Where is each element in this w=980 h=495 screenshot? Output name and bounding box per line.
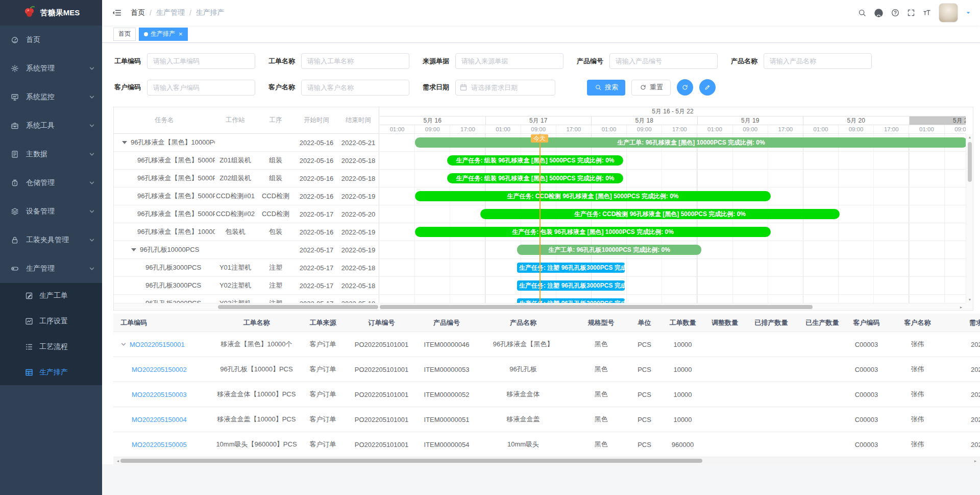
help-icon[interactable]: [891, 9, 899, 17]
sidebar-subitem[interactable]: 工序设置: [0, 309, 102, 334]
sidebar-subitem[interactable]: 生产工单: [0, 283, 102, 309]
sidebar-subitem[interactable]: 生产排产: [0, 360, 102, 385]
gantt-task-row[interactable]: 96孔移液盒【黑色】5000PCS Z02组装机 组装 2022-05-16 2…: [114, 170, 379, 187]
gantt-task-row[interactable]: 96孔孔板3000PCS Y01注塑机 注塑 2022-05-17 2022-0…: [114, 259, 379, 277]
breadcrumb-item[interactable]: 生产管理: [156, 8, 185, 17]
github-icon[interactable]: [874, 8, 884, 18]
gantt-bar[interactable]: 生产工单: 96孔孔板10000PCS 完成比例: 0%: [517, 245, 701, 255]
sidebar-subitem[interactable]: 工艺流程: [0, 334, 102, 360]
reset-button[interactable]: 重置: [631, 80, 671, 96]
app-title: 苦糖果MES: [40, 8, 80, 18]
hamburger-icon[interactable]: [112, 9, 121, 17]
work-order-link[interactable]: MO202205150005: [132, 441, 187, 449]
gantt-start-cell: 2022-05-17: [296, 210, 337, 218]
hscrollbar-thumb[interactable]: [120, 459, 702, 463]
sidebar-subitem-label: 工艺流程: [39, 342, 102, 351]
orders-hscrollbar[interactable]: ◄ ►: [113, 457, 980, 464]
production-icon: [10, 265, 19, 273]
sidebar-item[interactable]: 首页: [0, 26, 102, 54]
gantt-task-row[interactable]: 96孔孔板3000PCS Y03注塑机 注塑 2022-05-17 2022-0…: [114, 295, 379, 303]
gantt-bar[interactable]: 生产任务: 注塑 96孔孔板3000PCS 完成比例: 0%: [517, 298, 625, 303]
sidebar-subitem-label: 生产排产: [39, 368, 102, 377]
gantt-bar[interactable]: 生产任务: 组装 96孔移液盒 [黑色] 5000PCS 完成比例: 0%: [447, 173, 623, 183]
gantt-start-cell: 2022-05-17: [296, 282, 337, 290]
scroll-right-icon[interactable]: ►: [972, 459, 979, 463]
filter-input[interactable]: [764, 53, 872, 69]
gantt-bar[interactable]: 生产工单: 96孔移液盒 [黑色] 10000PCS 完成比例: 0%: [415, 137, 966, 148]
sidebar-item[interactable]: 设备管理: [0, 197, 102, 226]
fullscreen-icon[interactable]: [907, 9, 915, 17]
filter-input[interactable]: [455, 53, 564, 69]
collapse-triangle-icon[interactable]: [131, 248, 136, 251]
work-order-link[interactable]: MO202205150004: [132, 416, 187, 423]
user-avatar[interactable]: [939, 3, 958, 22]
filter-label: 需求日期: [423, 83, 449, 92]
order-cell: 10000: [656, 391, 709, 398]
filter-input[interactable]: [455, 80, 555, 96]
filter-input[interactable]: [301, 53, 409, 69]
caret-down-icon[interactable]: [966, 10, 971, 15]
search-icon[interactable]: [858, 9, 866, 17]
search-button[interactable]: 搜索: [587, 80, 625, 96]
sidebar-item[interactable]: 系统管理: [0, 54, 102, 83]
sidebar-item[interactable]: 系统工具: [0, 111, 102, 140]
breadcrumb-item[interactable]: 首页: [131, 8, 145, 17]
vscrollbar-thumb[interactable]: [968, 142, 972, 182]
topbar: 首页/生产管理/生产排产: [102, 0, 980, 26]
refresh-circle-button[interactable]: [677, 79, 693, 96]
sidebar-item-label: 系统工具: [26, 121, 89, 130]
scroll-up-icon[interactable]: ▲: [966, 135, 973, 139]
gantt-task-row[interactable]: 96孔孔板10000PCS 2022-05-17 2022-05-19: [114, 241, 379, 259]
work-order-link[interactable]: MO202205150002: [132, 366, 187, 373]
sidebar-item[interactable]: 仓储管理: [0, 169, 102, 197]
sidebar-item[interactable]: 工装夹具管理: [0, 226, 102, 254]
tab-0[interactable]: 首页: [113, 28, 136, 41]
gantt-vscrollbar[interactable]: ▲ ▼: [966, 134, 973, 303]
filter-input[interactable]: [147, 80, 255, 96]
gantt-task-row[interactable]: 96孔移液盒【黑色】5000PCS CCD检测#02 CCD检测 2022-05…: [114, 205, 379, 223]
edit-circle-button[interactable]: [699, 79, 716, 96]
gantt-start-cell: 2022-05-16: [296, 157, 337, 164]
gantt-task-row[interactable]: 96孔移液盒【黑色】10000PCS 包装机 包装 2022-05-16 202…: [114, 223, 379, 241]
collapse-triangle-icon[interactable]: [122, 141, 127, 144]
work-order-link[interactable]: MO202205150003: [132, 391, 187, 398]
font-size-icon[interactable]: [923, 9, 931, 17]
gantt-bar[interactable]: 生产任务: CCD检测 96孔移液盒 [黑色] 5000PCS 完成比例: 0%: [415, 191, 771, 201]
hscrollbar-thumb[interactable]: [218, 305, 378, 309]
filter-input[interactable]: [147, 53, 255, 69]
sidebar-item[interactable]: 系统监控: [0, 83, 102, 111]
order-cell: 张伟: [891, 390, 944, 399]
gantt-task-row[interactable]: 96孔孔板3000PCS Y02注塑机 注塑 2022-05-17 2022-0…: [114, 277, 379, 295]
filter-label: 客户编码: [114, 83, 141, 92]
gantt-process-cell: CCD检测: [256, 192, 296, 201]
gantt-hour-header: 17:00: [768, 125, 803, 133]
order-cell: 黑色: [569, 365, 633, 374]
gantt-task-row[interactable]: 96孔移液盒【黑色】5000PCS CCD检测#01 CCD检测 2022-05…: [114, 187, 379, 205]
gantt-task-row[interactable]: 96孔移液盒【黑色】10000PCS 2022-05-16 2022-05-21: [114, 134, 379, 152]
hscrollbar-thumb[interactable]: [380, 305, 813, 309]
tab-close-icon[interactable]: ×: [179, 31, 183, 37]
scroll-right-icon[interactable]: ►: [958, 305, 965, 309]
sidebar-item[interactable]: 主数据: [0, 140, 102, 169]
gantt-bar[interactable]: 生产任务: CCD检测 96孔移液盒 [黑色] 5000PCS 完成比例: 0%: [480, 209, 840, 219]
filter-input[interactable]: [301, 80, 409, 96]
app-logo[interactable]: 苦糖果MES: [0, 0, 102, 26]
gantt-bar[interactable]: 生产任务: 包装 96孔移液盒 [黑色] 10000PCS 完成比例: 0%: [415, 227, 771, 237]
filter-label: 工单编码: [114, 57, 141, 66]
filter-input[interactable]: [609, 53, 718, 69]
gantt-chart-hscrollbar[interactable]: ►: [380, 303, 966, 310]
gantt-bar[interactable]: 生产任务: 注塑 96孔孔板3000PCS 完成比例: 0%: [517, 280, 625, 291]
sidebar-item[interactable]: 生产管理: [0, 254, 102, 283]
tab-label: 生产排产: [151, 30, 175, 38]
order-cell: PCS: [633, 416, 656, 423]
chevron-down-icon: [89, 65, 95, 72]
work-order-link[interactable]: MO202205150001: [130, 341, 185, 348]
scroll-down-icon[interactable]: ▼: [966, 298, 973, 301]
gantt-bar[interactable]: 生产任务: 注塑 96孔孔板3000PCS 完成比例: 0%: [517, 263, 625, 273]
gantt-hour-header: 09:00: [839, 125, 874, 133]
tab-1[interactable]: 生产排产 ×: [139, 28, 188, 41]
gantt-bar[interactable]: 生产任务: 组装 96孔移液盒 [黑色] 5000PCS 完成比例: 0%: [447, 155, 623, 166]
gantt-task-row[interactable]: 96孔移液盒【黑色】5000PCS Z01组装机 组装 2022-05-16 2…: [114, 152, 379, 170]
expand-chevron-icon[interactable]: [120, 341, 130, 347]
gantt-table-hscrollbar[interactable]: [114, 303, 379, 310]
